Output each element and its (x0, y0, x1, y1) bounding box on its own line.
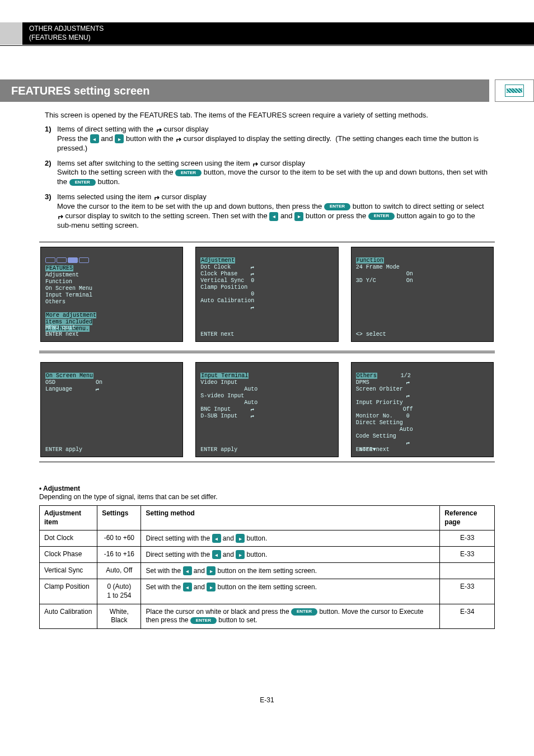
enter-icon: ENTER (175, 170, 202, 176)
header-title-block: OTHER ADJUSTMENTS (FEATURES MENU) (22, 22, 110, 45)
osd-features-item: Adjustment (45, 272, 79, 278)
left-arrow-icon: ◂ (183, 583, 192, 591)
enter-icon-3: ENTER (324, 203, 350, 210)
osd-others-page: 1/2 (401, 373, 411, 379)
item-2: Items set after switching to the setting… (57, 159, 489, 187)
header-marker (0, 22, 22, 45)
right-arrow-icon-2: ▸ (294, 212, 303, 221)
table-row: Dot Clock -60 to +60 Direct setting with… (40, 530, 495, 547)
osd-osmenu: On Screen Menu OSD On Language ↵ ENTER a… (40, 362, 183, 457)
method-cell: Direct setting with the ◂ and ▸ button. (141, 530, 440, 547)
osd-adjustment-footer: ENTER next (200, 331, 234, 338)
osd-inputterm-footer: ENTER apply (200, 447, 237, 453)
th-ref: Reference page (440, 505, 495, 530)
osd-features-item: On Screen Menu (45, 285, 92, 292)
screen-thumbnail (495, 79, 534, 102)
osd-features: FEATURES Adjustment Function On Screen M… (40, 247, 183, 342)
osd-features-item: Others (45, 299, 65, 305)
th-settings: Settings (97, 505, 141, 530)
enter-icon: ENTER (190, 617, 217, 624)
osd-function-title: Function (356, 257, 384, 264)
enter-icon-4: ENTER (368, 213, 395, 219)
enter-icon: ENTER (291, 608, 317, 615)
left-arrow-icon: ◂ (90, 134, 99, 143)
method-cell: Direct setting with the ◂ and ▸ button. (141, 547, 440, 563)
clamp-settings: 0 (Auto)1 to 254 (97, 579, 141, 604)
osd-inputterm: Input Terminal Video Input Auto S-video … (195, 362, 338, 457)
table-row: Clamp Position 0 (Auto)1 to 254 Set with… (40, 579, 495, 604)
enter-icon-2: ENTER (69, 179, 96, 186)
item-num-2: 2) (45, 159, 57, 187)
left-arrow-icon: ◂ (183, 566, 192, 575)
right-arrow-icon: ▸ (236, 534, 245, 543)
osd-adjustment: Adjustment Dot Clock ↵ Clock Phase ↵ Ver… (195, 247, 338, 342)
right-arrow-icon: ▸ (236, 550, 245, 559)
section-title: FEATURES setting screen (11, 83, 149, 98)
item-1: Items of direct setting with the ↵ curso… (57, 125, 489, 153)
method-cell: Set with the ◂ and ▸ button on the item … (141, 563, 440, 579)
osd-tab-row (45, 257, 89, 263)
item-3: Items selected using the item ↵ cursor d… (57, 192, 489, 231)
osd-features-footer: MENU quit ENTER next (45, 325, 79, 338)
table-row: Vertical Sync Auto, Off Set with the ◂ a… (40, 563, 495, 579)
osd-function: Function 24 Frame Mode On 3D Y/C On <> s… (351, 247, 494, 342)
item-num-1: 1) (45, 125, 57, 153)
header-line2: (FEATURES MENU) (29, 34, 104, 43)
osd-features-item: Function (45, 279, 72, 285)
settings-table: Adjustment item Settings Setting method … (39, 505, 495, 629)
osd-osmenu-footer: ENTER apply (45, 447, 82, 453)
table-intro: Depending on the type of signal, items t… (39, 493, 495, 502)
left-arrow-icon: ◂ (212, 550, 221, 559)
method-cell: Place the cursor on white or black and p… (141, 604, 440, 628)
th-item: Adjustment item (40, 505, 97, 530)
osd-features-title: FEATURES (45, 265, 73, 271)
osd-function-footer: <> select (356, 331, 386, 338)
osd-others-footer: ENTER next (356, 447, 390, 453)
header-line1: OTHER ADJUSTMENTS (29, 25, 104, 34)
header-rule (0, 45, 534, 46)
page-number: E-31 (0, 696, 534, 705)
item-num-3: 3) (45, 192, 57, 231)
table-row: Auto Calibration White, Black Place the … (40, 604, 495, 628)
osd-adjustment-title: Adjustment (200, 257, 235, 264)
th-method: Setting method (141, 505, 440, 530)
right-arrow-icon: ▸ (207, 566, 216, 575)
intro-lead: This screen is opened by the FEATURES ta… (45, 111, 489, 120)
osd-others: Others 1/2 DPMS ↵ Screen Orbiter ↵ Input… (351, 362, 494, 457)
table-row: Clock Phase -16 to +16 Direct setting wi… (40, 547, 495, 563)
osd-osmenu-title: On Screen Menu (45, 373, 93, 379)
left-arrow-icon: ◂ (212, 534, 221, 543)
osd-inputterm-title: Input Terminal (200, 373, 249, 379)
method-cell: Set with the ◂ and ▸ button on the item … (141, 579, 440, 604)
osd-others-title: Others (356, 373, 377, 379)
left-arrow-icon-2: ◂ (269, 212, 278, 221)
right-arrow-icon: ▸ (115, 134, 124, 143)
osd-features-item: Input Terminal (45, 292, 92, 298)
right-arrow-icon: ▸ (207, 583, 216, 591)
